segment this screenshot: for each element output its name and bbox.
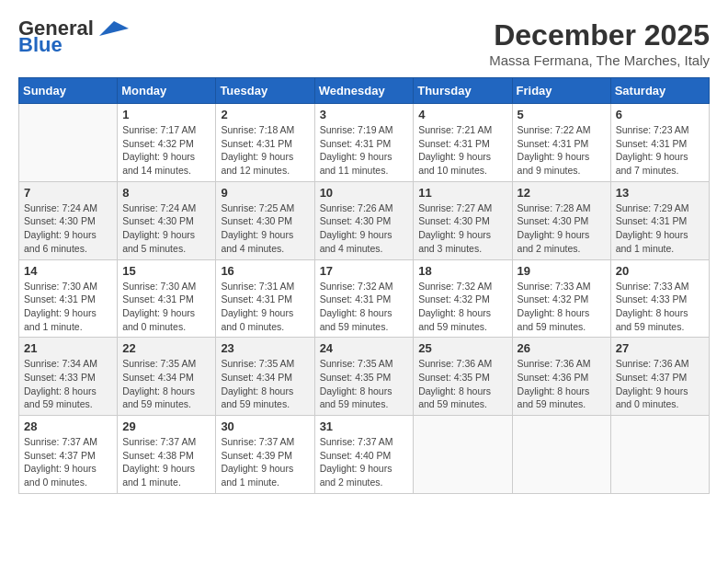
calendar-cell: 7Sunrise: 7:24 AM Sunset: 4:30 PM Daylig…: [19, 181, 118, 259]
day-number: 29: [122, 419, 210, 433]
day-info: Sunrise: 7:37 AM Sunset: 4:38 PM Dayligh…: [122, 435, 210, 489]
calendar-week-row: 28Sunrise: 7:37 AM Sunset: 4:37 PM Dayli…: [19, 416, 710, 494]
calendar-cell: 29Sunrise: 7:37 AM Sunset: 4:38 PM Dayli…: [118, 416, 216, 494]
day-number: 6: [616, 108, 704, 121]
calendar-cell: [610, 416, 709, 494]
day-info: Sunrise: 7:37 AM Sunset: 4:37 PM Dayligh…: [24, 435, 112, 489]
col-header-saturday: Saturday: [610, 78, 709, 104]
day-number: 5: [518, 108, 606, 121]
col-header-sunday: Sunday: [19, 78, 118, 104]
day-number: 10: [320, 186, 409, 200]
calendar-week-row: 7Sunrise: 7:24 AM Sunset: 4:30 PM Daylig…: [19, 181, 710, 259]
day-info: Sunrise: 7:37 AM Sunset: 4:39 PM Dayligh…: [221, 435, 309, 489]
calendar-cell: 4Sunrise: 7:21 AM Sunset: 4:31 PM Daylig…: [414, 104, 512, 182]
page-header: General Blue December 2025 Massa Fermana…: [18, 18, 710, 68]
day-number: 16: [221, 264, 309, 278]
calendar-cell: 9Sunrise: 7:25 AM Sunset: 4:30 PM Daylig…: [216, 181, 314, 259]
calendar-cell: 6Sunrise: 7:23 AM Sunset: 4:31 PM Daylig…: [610, 104, 709, 182]
day-number: 25: [418, 341, 506, 355]
calendar-cell: 22Sunrise: 7:35 AM Sunset: 4:34 PM Dayli…: [118, 338, 216, 416]
day-number: 19: [518, 264, 606, 278]
calendar-cell: 23Sunrise: 7:35 AM Sunset: 4:34 PM Dayli…: [216, 338, 314, 416]
day-number: 12: [518, 186, 606, 200]
day-number: 22: [122, 341, 210, 355]
day-info: Sunrise: 7:36 AM Sunset: 4:36 PM Dayligh…: [518, 357, 606, 411]
calendar-cell: 17Sunrise: 7:32 AM Sunset: 4:31 PM Dayli…: [314, 259, 414, 338]
day-number: 8: [122, 186, 210, 200]
day-number: 31: [320, 419, 409, 433]
day-number: 24: [320, 341, 409, 355]
day-info: Sunrise: 7:23 AM Sunset: 4:31 PM Dayligh…: [616, 123, 704, 178]
day-number: 2: [221, 108, 309, 121]
day-info: Sunrise: 7:33 AM Sunset: 4:33 PM Dayligh…: [616, 280, 704, 334]
col-header-tuesday: Tuesday: [216, 78, 314, 104]
day-number: 13: [616, 186, 704, 200]
day-info: Sunrise: 7:35 AM Sunset: 4:34 PM Dayligh…: [122, 357, 210, 411]
calendar-cell: 21Sunrise: 7:34 AM Sunset: 4:33 PM Dayli…: [19, 338, 118, 416]
day-number: 4: [418, 108, 506, 121]
day-number: 11: [418, 186, 506, 200]
calendar-cell: 16Sunrise: 7:31 AM Sunset: 4:31 PM Dayli…: [216, 259, 314, 338]
day-info: Sunrise: 7:25 AM Sunset: 4:30 PM Dayligh…: [221, 201, 309, 256]
day-number: 20: [616, 264, 704, 278]
logo-blue: Blue: [18, 35, 63, 55]
day-info: Sunrise: 7:36 AM Sunset: 4:37 PM Dayligh…: [616, 357, 704, 411]
day-number: 17: [320, 264, 409, 278]
day-info: Sunrise: 7:28 AM Sunset: 4:30 PM Dayligh…: [518, 201, 606, 256]
day-info: Sunrise: 7:21 AM Sunset: 4:31 PM Dayligh…: [418, 123, 506, 178]
calendar-cell: 26Sunrise: 7:36 AM Sunset: 4:36 PM Dayli…: [512, 338, 610, 416]
svg-marker-0: [99, 21, 129, 36]
calendar-cell: 27Sunrise: 7:36 AM Sunset: 4:37 PM Dayli…: [610, 338, 709, 416]
month-title: December 2025: [489, 18, 710, 52]
calendar-cell: 30Sunrise: 7:37 AM Sunset: 4:39 PM Dayli…: [216, 416, 314, 494]
calendar-week-row: 1Sunrise: 7:17 AM Sunset: 4:32 PM Daylig…: [19, 104, 710, 182]
day-info: Sunrise: 7:35 AM Sunset: 4:35 PM Dayligh…: [320, 357, 409, 411]
calendar-cell: 24Sunrise: 7:35 AM Sunset: 4:35 PM Dayli…: [314, 338, 414, 416]
col-header-monday: Monday: [118, 78, 216, 104]
day-info: Sunrise: 7:27 AM Sunset: 4:30 PM Dayligh…: [418, 201, 506, 256]
day-info: Sunrise: 7:24 AM Sunset: 4:30 PM Dayligh…: [122, 201, 210, 256]
calendar-cell: 31Sunrise: 7:37 AM Sunset: 4:40 PM Dayli…: [314, 416, 414, 494]
calendar-cell: 12Sunrise: 7:28 AM Sunset: 4:30 PM Dayli…: [512, 181, 610, 259]
calendar-cell: 20Sunrise: 7:33 AM Sunset: 4:33 PM Dayli…: [610, 259, 709, 338]
calendar-week-row: 21Sunrise: 7:34 AM Sunset: 4:33 PM Dayli…: [19, 338, 710, 416]
day-info: Sunrise: 7:32 AM Sunset: 4:32 PM Dayligh…: [418, 280, 506, 334]
day-number: 1: [122, 108, 210, 121]
calendar-cell: 8Sunrise: 7:24 AM Sunset: 4:30 PM Daylig…: [118, 181, 216, 259]
day-info: Sunrise: 7:30 AM Sunset: 4:31 PM Dayligh…: [24, 280, 112, 334]
day-number: 21: [24, 341, 112, 355]
calendar-cell: 2Sunrise: 7:18 AM Sunset: 4:31 PM Daylig…: [216, 104, 314, 182]
day-number: 30: [221, 419, 309, 433]
calendar-cell: 11Sunrise: 7:27 AM Sunset: 4:30 PM Dayli…: [414, 181, 512, 259]
calendar-cell: 28Sunrise: 7:37 AM Sunset: 4:37 PM Dayli…: [19, 416, 118, 494]
day-info: Sunrise: 7:17 AM Sunset: 4:32 PM Dayligh…: [122, 123, 210, 178]
day-number: 26: [518, 341, 606, 355]
calendar-cell: 1Sunrise: 7:17 AM Sunset: 4:32 PM Daylig…: [118, 104, 216, 182]
calendar-cell: [19, 104, 118, 182]
day-info: Sunrise: 7:26 AM Sunset: 4:30 PM Dayligh…: [320, 201, 409, 256]
calendar-week-row: 14Sunrise: 7:30 AM Sunset: 4:31 PM Dayli…: [19, 259, 710, 338]
title-block: December 2025 Massa Fermana, The Marches…: [489, 18, 710, 68]
day-info: Sunrise: 7:33 AM Sunset: 4:32 PM Dayligh…: [518, 280, 606, 334]
day-info: Sunrise: 7:22 AM Sunset: 4:31 PM Dayligh…: [518, 123, 606, 178]
day-number: 18: [418, 264, 506, 278]
day-number: 23: [221, 341, 309, 355]
location-subtitle: Massa Fermana, The Marches, Italy: [489, 52, 710, 68]
day-number: 28: [24, 419, 112, 433]
day-info: Sunrise: 7:32 AM Sunset: 4:31 PM Dayligh…: [320, 280, 409, 334]
day-info: Sunrise: 7:37 AM Sunset: 4:40 PM Dayligh…: [320, 435, 409, 489]
day-number: 9: [221, 186, 309, 200]
calendar-cell: [414, 416, 512, 494]
day-number: 3: [320, 108, 409, 121]
calendar-cell: 14Sunrise: 7:30 AM Sunset: 4:31 PM Dayli…: [19, 259, 118, 338]
day-info: Sunrise: 7:30 AM Sunset: 4:31 PM Dayligh…: [122, 280, 210, 334]
calendar-cell: 3Sunrise: 7:19 AM Sunset: 4:31 PM Daylig…: [314, 104, 414, 182]
calendar-cell: 18Sunrise: 7:32 AM Sunset: 4:32 PM Dayli…: [414, 259, 512, 338]
day-info: Sunrise: 7:19 AM Sunset: 4:31 PM Dayligh…: [320, 123, 409, 178]
col-header-thursday: Thursday: [414, 78, 512, 104]
logo-icon: [96, 19, 129, 36]
calendar-cell: 13Sunrise: 7:29 AM Sunset: 4:31 PM Dayli…: [610, 181, 709, 259]
calendar-header-row: SundayMondayTuesdayWednesdayThursdayFrid…: [19, 78, 710, 104]
day-info: Sunrise: 7:31 AM Sunset: 4:31 PM Dayligh…: [221, 280, 309, 334]
day-number: 27: [616, 341, 704, 355]
